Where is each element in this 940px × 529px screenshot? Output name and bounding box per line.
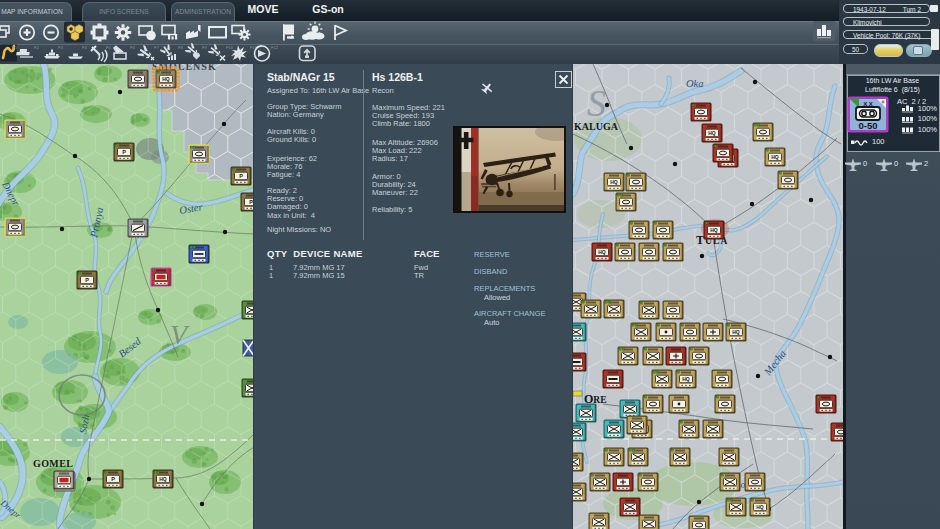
svg-text:F10: F10: [226, 45, 234, 50]
svg-text:V: V: [170, 319, 190, 350]
svg-text:P: P: [239, 173, 243, 179]
svg-text:F2: F2: [34, 45, 39, 50]
svg-text:S: S: [587, 82, 606, 124]
svg-text:HQ: HQ: [732, 329, 740, 335]
svg-text:F12: F12: [271, 45, 279, 50]
svg-text:P: P: [111, 476, 115, 482]
svg-text:HQ: HQ: [708, 130, 716, 136]
svg-text:HQ: HQ: [159, 476, 167, 482]
svg-text:F8: F8: [178, 45, 183, 50]
svg-text:F7: F7: [154, 45, 159, 50]
svg-text:0-50: 0-50: [858, 120, 877, 131]
svg-text:HQ: HQ: [771, 154, 779, 160]
svg-text:KALUGA: KALUGA: [574, 121, 619, 132]
svg-text:HQ: HQ: [756, 504, 764, 510]
svg-text:F1: F1: [13, 45, 18, 50]
svg-text:HQ: HQ: [598, 249, 606, 255]
svg-text:HQ: HQ: [710, 227, 718, 233]
svg-text:F6: F6: [130, 45, 135, 50]
svg-text:HQ: HQ: [610, 179, 618, 185]
svg-text:P: P: [122, 149, 126, 155]
svg-text:HQ: HQ: [682, 376, 690, 382]
svg-text:F3: F3: [58, 45, 63, 50]
svg-text:GOMEL: GOMEL: [33, 458, 73, 469]
svg-text:F9: F9: [202, 45, 207, 50]
svg-text:F4: F4: [82, 45, 87, 50]
svg-text:Oka: Oka: [686, 78, 704, 89]
svg-text:X X: X X: [863, 101, 873, 107]
svg-text:P: P: [85, 277, 89, 283]
svg-text:HQ: HQ: [162, 76, 170, 82]
svg-text:F5: F5: [106, 45, 111, 50]
